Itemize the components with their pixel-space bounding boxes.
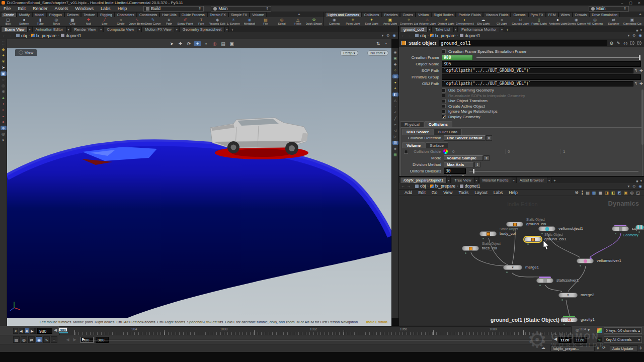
persp-selector[interactable]: Persp▾	[340, 50, 358, 56]
tool-spray-paint[interactable]: ✐Spray Paint	[177, 17, 193, 26]
uniform-divisions-slider[interactable]	[469, 171, 638, 171]
node-vellumsolver1[interactable]: vellumsolver1	[577, 258, 594, 263]
add-pane-tab-button[interactable]: +	[551, 178, 558, 183]
tab-rbd-solver[interactable]: RBD Solver	[402, 129, 433, 135]
stepper-icon[interactable]: ⇕	[266, 7, 269, 11]
tool-switcher[interactable]: ⇄Switcher	[604, 17, 623, 26]
pane-tab[interactable]: Animation Editor	[32, 26, 67, 32]
shelf-tab[interactable]: Crowds	[573, 12, 590, 17]
checkbox-box[interactable]	[442, 99, 446, 103]
breadcrumb-leaf[interactable]: dopnet1	[465, 33, 480, 38]
shelf-tab[interactable]: Simple FX	[228, 12, 250, 17]
keys-info-dropdown[interactable]: 0 keys, 0/0 channels▴	[604, 327, 642, 334]
checkbox-box[interactable]	[444, 175, 448, 176]
snap-multi-icon[interactable]: ●	[1, 120, 7, 124]
menu-item[interactable]: Help	[114, 6, 131, 11]
channel-graph-icon[interactable]: ∿	[597, 337, 602, 342]
tool-camera[interactable]: ◉Camera	[325, 17, 344, 26]
checkbox-box[interactable]	[442, 49, 446, 53]
tool-gamepad-camera[interactable]: ▣Gamepad Camera	[623, 17, 641, 26]
shelf-tab[interactable]: Drive Simulation	[589, 12, 620, 17]
tool-geometry-light[interactable]: ✧Geometry Light	[399, 17, 418, 26]
laser-scan-checkbox[interactable]: Laser Scan	[444, 174, 642, 176]
op-jump-icon[interactable]: ✚	[639, 68, 643, 73]
tab-bullet-data[interactable]: Bullet Data	[433, 129, 462, 135]
tool-draw-curve[interactable]: ✎Draw Curve	[145, 17, 161, 26]
dynamics-icon[interactable]: ✱	[1, 89, 7, 94]
camera-selector[interactable]: No cam▾	[367, 50, 388, 56]
shelf-tab[interactable]: Terrain FX	[207, 12, 228, 17]
net-tools-icon[interactable]: ⚒	[575, 191, 579, 195]
tab-menu-icon[interactable]: ▾	[512, 177, 516, 183]
node-body[interactable]	[479, 231, 497, 236]
shelf-tab[interactable]: Constraints	[137, 12, 159, 17]
range-start-icon[interactable]: ◀	[64, 336, 71, 343]
tab-collisions[interactable]: Collisions	[424, 121, 452, 127]
view-half-icon[interactable]: ◗	[1, 138, 7, 142]
shelf-tab[interactable]: FEM	[546, 12, 558, 17]
key-all-dropdown[interactable]: Key All Channels▾	[604, 336, 642, 343]
pane-maximize-icon[interactable]: ■	[636, 29, 638, 32]
translate-handle-icon[interactable]: ○	[1, 77, 7, 82]
light-spark-icon[interactable]: ✦	[392, 86, 398, 90]
snap-grid-icon[interactable]: ◑	[1, 102, 7, 106]
back-icon[interactable]: ←	[401, 184, 405, 189]
shelf-tab[interactable]: Guide Process	[179, 12, 207, 17]
add-pane-tab-button[interactable]: +	[229, 28, 235, 32]
select-mask-icon[interactable]: ▣	[392, 56, 398, 60]
tool-metaball[interactable]: ◉Metaball	[242, 17, 258, 26]
tab-menu-icon[interactable]: ▾	[475, 177, 479, 183]
collision-detection-dropdown[interactable]: Use Solver Default	[444, 135, 486, 141]
zoom-timeline-icon[interactable]: ◎	[576, 328, 579, 332]
vp-handles-icon[interactable]: ✦	[194, 41, 201, 46]
pane-tab[interactable]: Tree View	[451, 177, 474, 183]
range-end2-field[interactable]: 1120	[574, 337, 587, 343]
shelf-tab[interactable]: Deform	[64, 12, 81, 17]
range-slider-handle[interactable]: ▶	[82, 337, 85, 341]
breadcrumb-leaf[interactable]: dopnet1	[465, 184, 480, 189]
primitive-group-field[interactable]	[442, 74, 641, 80]
tool-gi-light[interactable]: ○GI Light	[493, 17, 511, 26]
jump-start-button[interactable]: «	[13, 328, 18, 334]
range-left-cap[interactable]: ◀	[554, 337, 557, 341]
shelf-tab[interactable]: Wires	[558, 12, 573, 17]
burst-tool-icon[interactable]: ✳	[1, 59, 7, 64]
shelf-tab[interactable]: Polygon	[47, 12, 64, 17]
tab-physical[interactable]: Physical	[400, 121, 424, 127]
breadcrumb-mid[interactable]: fx_prepare	[435, 33, 456, 38]
param-checkbox[interactable]: Ignore Merge Relationships	[442, 109, 644, 115]
back-icon[interactable]: ←	[401, 33, 405, 38]
network-menu-item[interactable]: Layout	[471, 190, 491, 195]
tool-circle[interactable]: ○Circle	[113, 17, 129, 26]
next-display-icon[interactable]: ▷	[392, 135, 398, 139]
menu-item[interactable]: Labs	[97, 6, 114, 11]
tab-menu-icon[interactable]: ▾	[225, 26, 229, 32]
net-find-icon[interactable]: ◎	[630, 191, 633, 195]
tool-file[interactable]: ▤File	[258, 17, 274, 26]
refresh-icon[interactable]: ⟳	[602, 345, 606, 350]
pane-menu-icon[interactable]: ▾	[640, 179, 642, 183]
node-partial[interactable]	[635, 225, 644, 230]
material-shade-icon[interactable]: ◧	[392, 93, 398, 97]
vp-layout-icon[interactable]: ⇅	[374, 41, 382, 46]
checkbox-box[interactable]	[442, 110, 446, 114]
node-ground-col1[interactable]: Static Object ground_col1	[524, 237, 541, 242]
brush-icon[interactable]: ✎	[617, 41, 621, 46]
dash-icon[interactable]: −	[51, 336, 57, 343]
vp-camera-icon[interactable]: ▣	[228, 41, 235, 46]
normals-icon[interactable]: ✓	[392, 111, 398, 115]
pane-tab[interactable]: Render View	[71, 26, 100, 32]
rotate-handle-icon[interactable]: ◎	[1, 83, 7, 88]
creation-frame-field[interactable]: 980	[442, 55, 473, 60]
shelf-tab[interactable]: Hair Utils	[159, 12, 179, 17]
link-icon[interactable]: ◉	[392, 33, 396, 38]
pin-icon[interactable]: ⊙	[386, 33, 389, 38]
shelf-tab[interactable]: Volume	[250, 12, 266, 17]
pane-tab[interactable]: Take List	[432, 26, 454, 32]
pin-icon[interactable]: ⊙	[632, 184, 635, 189]
uniform-divisions-field[interactable]: 30	[444, 168, 466, 174]
network-menu-item[interactable]: Labs	[491, 190, 506, 195]
stop-button[interactable]: ■	[24, 328, 29, 334]
pane-tab[interactable]: Composite View	[103, 26, 137, 32]
shelf-tab[interactable]: Lights and Cameras	[325, 12, 362, 17]
